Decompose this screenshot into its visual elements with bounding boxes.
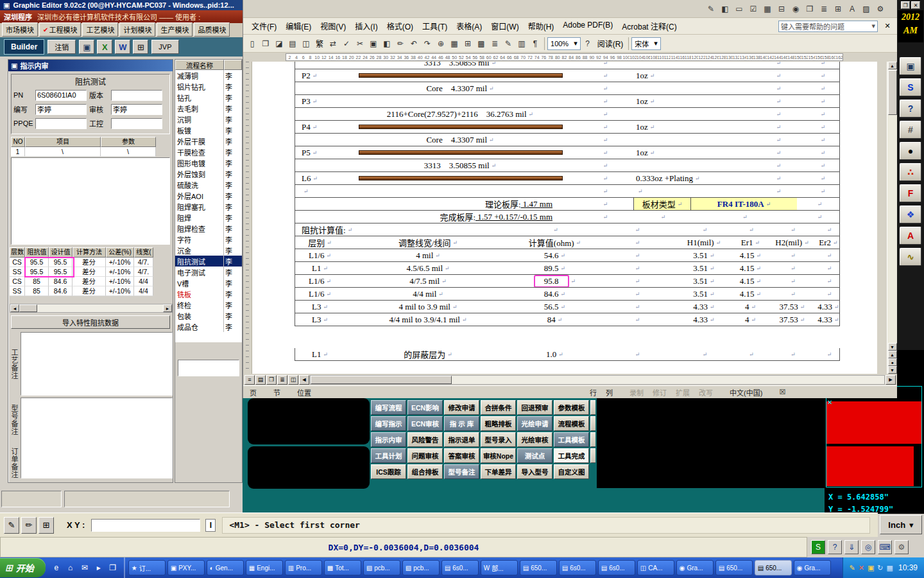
task-button-7[interactable]: ▧pcb... [402, 560, 440, 575]
pencil-icon[interactable]: ✎ [705, 3, 717, 15]
process-row-1[interactable]: 铝片钻孔李 [175, 81, 242, 92]
impedance-table-scrollbar[interactable]: ◄ ► [10, 304, 173, 313]
process-row-14[interactable]: 阻焊检查李 [175, 223, 242, 234]
paste-icon[interactable]: ◧ [381, 37, 393, 50]
grid-button-3-3[interactable]: 审核Nope [481, 448, 516, 463]
task-button-6[interactable]: ▧pcb... [363, 560, 400, 575]
task-button-16[interactable]: ▤650... [755, 560, 792, 575]
word-icon[interactable]: W [115, 40, 130, 54]
table-row[interactable]: CS95.595.5差分+/-10%4/7. [10, 258, 173, 267]
xy-draw-icon[interactable]: ✎ [4, 517, 19, 534]
grid-button-2-4[interactable]: 光绘审核 [517, 432, 552, 447]
grid-button-0-6[interactable]: 工 [590, 400, 595, 415]
units-button[interactable]: Inch ▾ [880, 515, 922, 534]
player-icon[interactable]: ▸ [93, 562, 105, 574]
cut-icon[interactable]: ✂ [354, 37, 366, 50]
minus-icon[interactable]: ⊟ [775, 3, 788, 15]
grid-button-0-1[interactable]: ECN影响 [407, 400, 443, 415]
target-icon[interactable]: ◉ [789, 3, 802, 15]
task-button-14[interactable]: ◉Gra... [676, 560, 714, 575]
show-marks-icon[interactable]: ¶ [529, 37, 542, 50]
drawing-icon[interactable]: ✎ [502, 37, 515, 50]
ppqe-input[interactable] [35, 118, 87, 129]
jvp-button[interactable]: JVP [151, 40, 178, 54]
spelling-icon[interactable]: ✓ [340, 37, 353, 50]
image-icon[interactable]: ▨ [860, 3, 873, 15]
qc-input[interactable] [111, 118, 162, 129]
outline-view-icon[interactable]: ≣ [277, 375, 287, 385]
task-button-8[interactable]: ▤6s0... [441, 560, 479, 575]
grid-button-4-4[interactable]: 导入型号 [517, 464, 552, 479]
convert-arrows-icon[interactable]: ⇄ [327, 37, 339, 50]
process-row-13[interactable]: 阻焊李 [175, 212, 242, 223]
process-row-5[interactable]: 板镀李 [175, 125, 242, 136]
pn-input[interactable] [35, 90, 87, 101]
model-note-textarea[interactable] [21, 398, 173, 478]
help-tool-icon[interactable]: ? [900, 100, 921, 118]
start-button[interactable]: ⊞ 开始 [0, 558, 46, 577]
grid-button-2-3[interactable]: 型号录入 [481, 432, 516, 447]
table-row[interactable]: SS95.595.5差分+/-10%4/7. [10, 267, 173, 277]
pencil-tray-icon[interactable]: ✎ [850, 564, 855, 572]
table-row[interactable]: CS8584.6差分+/-10%4/4 [10, 277, 173, 286]
alert-a-tool-icon[interactable]: A [900, 227, 921, 245]
process-row-16[interactable]: 沉金李 [175, 245, 242, 256]
writer-input[interactable] [35, 104, 87, 115]
font-select[interactable]: 宋体▾ [631, 37, 661, 50]
process-row-4[interactable]: 沉铜李 [175, 114, 242, 125]
connector-tool-icon[interactable]: # [900, 121, 921, 139]
gear-icon[interactable]: ⚙ [894, 540, 909, 554]
module-tab-2[interactable]: 工艺模块 [82, 22, 118, 37]
excel-sheet-icon[interactable]: ▩ [475, 37, 488, 50]
grid-icon[interactable]: ⊞ [133, 40, 148, 54]
table-row[interactable]: 1\\ [11, 147, 170, 157]
download-icon[interactable]: ⇓ [844, 540, 859, 554]
menu-8[interactable]: 帮助(H) [524, 19, 559, 33]
snap-grid-icon[interactable]: ⊞ [38, 517, 54, 534]
zoom-select[interactable]: 100%▾ [547, 37, 581, 50]
close-icon[interactable]: ✕ [911, 1, 920, 9]
borders-icon[interactable]: ▦ [448, 37, 461, 50]
process-row-22[interactable]: 包装李 [175, 310, 242, 321]
help-circle-icon[interactable]: ? [828, 540, 842, 554]
grid-button-0-0[interactable]: 编写流程 [371, 400, 406, 415]
module-tab-1[interactable]: ✔工程模块 [39, 22, 81, 37]
process-row-7[interactable]: 干膜检查李 [175, 146, 242, 157]
grid-button-3-6[interactable]: 取 [590, 448, 595, 463]
layers-tool-icon[interactable]: ❖ [900, 206, 921, 223]
grid-button-2-5[interactable]: 工具模板 [554, 432, 589, 447]
reading-view-icon[interactable]: ◫ [288, 375, 298, 385]
scrollbar-thumb[interactable] [311, 376, 452, 384]
menu-10[interactable]: Acrobat 注释(C) [617, 19, 681, 33]
select-s-tool-icon[interactable]: S [900, 78, 921, 96]
print-view-icon[interactable]: ❐ [266, 375, 277, 385]
scroll-right-icon[interactable]: ► [163, 304, 172, 312]
menu-4[interactable]: 格式(O) [382, 19, 418, 33]
grid-button-0-5[interactable]: 参数模板 [554, 400, 589, 415]
traditional-convert-button[interactable]: 繁 [313, 37, 326, 50]
grid-button-1-5[interactable]: 流程模板 [554, 416, 589, 431]
hyperlink-icon[interactable]: ⊕ [434, 37, 447, 50]
process-row-10[interactable]: 硫酸洗李 [175, 179, 242, 190]
process-row-6[interactable]: 外层干膜李 [175, 136, 242, 146]
version-input[interactable] [111, 90, 162, 101]
task-button-11[interactable]: ▤6s0... [559, 560, 596, 575]
pad-tool-icon[interactable]: ● [900, 142, 921, 160]
process-row-21[interactable]: 终检李 [175, 299, 242, 310]
layers-icon[interactable]: ≣ [817, 3, 830, 15]
save-icon[interactable]: ◪ [273, 37, 286, 50]
import-impedance-button[interactable]: 导入特性阻抗数据 [11, 315, 170, 329]
new-doc-icon[interactable]: ▯ [246, 37, 259, 50]
menu-1[interactable]: 编辑(E) [281, 19, 316, 33]
show-desktop-icon[interactable]: ⌂ [65, 562, 76, 574]
module-tab-3[interactable]: 计划模块 [119, 22, 155, 37]
process-row-20[interactable]: 铣板李 [175, 288, 242, 299]
folder-icon[interactable]: ❐ [107, 562, 119, 574]
process-row-15[interactable]: 字符李 [175, 234, 242, 245]
module-tab-5[interactable]: 品质模块 [194, 22, 230, 37]
text-cursor-box[interactable]: I [205, 519, 216, 532]
grid-button-1-1[interactable]: ECN审核 [407, 416, 443, 431]
flag-f-tool-icon[interactable]: F [900, 184, 921, 202]
process-row-12[interactable]: 阻焊塞孔李 [175, 201, 242, 212]
task-button-17[interactable]: ◉Gra... [794, 560, 831, 575]
